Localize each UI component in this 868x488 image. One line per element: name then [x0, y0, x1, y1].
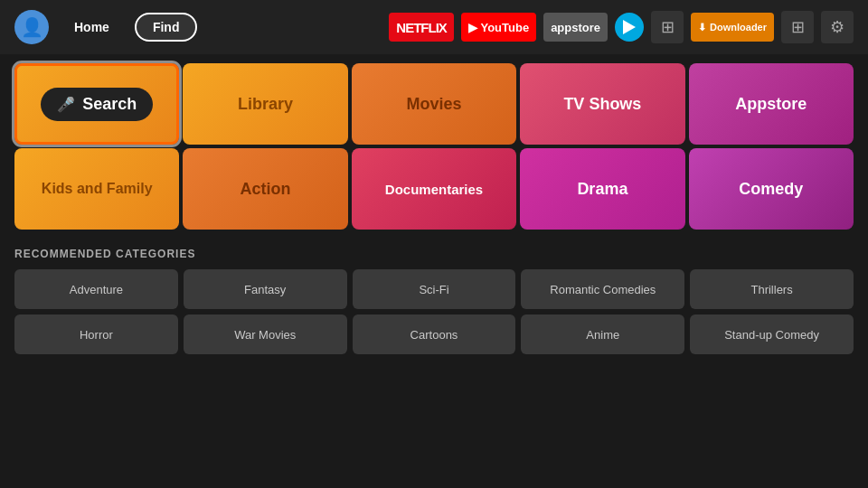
mic-icon: 🎤 — [57, 96, 75, 113]
rec-tile[interactable]: War Movies — [184, 314, 347, 354]
documentaries-label: Documentaries — [382, 178, 486, 201]
app-shortcuts: NETFLIX ▶ YouTube appstore ⊞ ⬇ Downloade… — [389, 11, 854, 43]
netflix-shortcut[interactable]: NETFLIX — [389, 13, 454, 42]
appstore-tile[interactable]: Appstore — [689, 63, 854, 145]
rec-tile[interactable]: Thrillers — [690, 269, 854, 309]
recommended-grid: AdventureFantasySci-FiRomantic ComediesT… — [14, 269, 854, 354]
search-inner: 🎤 Search — [41, 88, 153, 121]
main-content: 🎤 Search Library Movies TV Shows Appstor… — [0, 54, 868, 363]
rec-tile[interactable]: Sci-Fi — [353, 269, 516, 309]
rec-tile[interactable]: Adventure — [14, 269, 178, 309]
grid-view-button[interactable]: ⊞ — [781, 11, 814, 43]
top-nav: 👤 Home Find NETFLIX ▶ YouTube appstore ⊞… — [0, 0, 868, 54]
search-label: Search — [82, 95, 137, 114]
kids-tile[interactable]: Kids and Family — [14, 148, 179, 230]
youtube-shortcut[interactable]: ▶ YouTube — [461, 13, 536, 42]
download-icon: ⬇ — [698, 22, 706, 33]
rec-tile[interactable]: Horror — [14, 314, 178, 354]
kids-label: Kids and Family — [38, 177, 156, 201]
user-avatar[interactable]: 👤 — [14, 10, 49, 44]
prime-icon — [623, 20, 636, 34]
comedy-label: Comedy — [739, 180, 803, 199]
cast-button[interactable]: ⊞ — [651, 11, 684, 43]
movies-tile[interactable]: Movies — [352, 63, 516, 145]
rec-tile[interactable]: Romantic Comedies — [521, 269, 684, 309]
search-tile[interactable]: 🎤 Search — [14, 63, 179, 145]
recommended-section-title: RECOMMENDED CATEGORIES — [14, 248, 854, 260]
youtube-icon: ▶ — [468, 21, 477, 34]
drama-label: Drama — [577, 180, 627, 199]
rec-tile[interactable]: Cartoons — [353, 314, 516, 354]
documentaries-tile[interactable]: Documentaries — [352, 148, 516, 230]
home-button[interactable]: Home — [58, 14, 126, 40]
drama-tile[interactable]: Drama — [520, 148, 684, 230]
action-label: Action — [241, 180, 291, 199]
rec-tile[interactable]: Anime — [521, 314, 684, 354]
rec-tile[interactable]: Fantasy — [184, 269, 347, 309]
library-tile[interactable]: Library — [183, 63, 347, 145]
rec-tile[interactable]: Stand-up Comedy — [690, 314, 854, 354]
downloader-button[interactable]: ⬇ Downloader — [691, 13, 774, 42]
action-tile[interactable]: Action — [183, 148, 347, 230]
movies-label: Movies — [406, 95, 461, 114]
find-button[interactable]: Find — [135, 13, 198, 42]
category-grid: 🎤 Search Library Movies TV Shows Appstor… — [14, 63, 854, 230]
tvshows-label: TV Shows — [563, 95, 641, 114]
appstore-shortcut[interactable]: appstore — [543, 13, 608, 42]
library-label: Library — [238, 95, 293, 114]
settings-button[interactable]: ⚙ — [821, 11, 854, 43]
comedy-tile[interactable]: Comedy — [689, 148, 854, 230]
prime-shortcut[interactable] — [615, 13, 644, 42]
tvshows-tile[interactable]: TV Shows — [520, 63, 684, 145]
appstore-tile-label: Appstore — [735, 95, 807, 114]
